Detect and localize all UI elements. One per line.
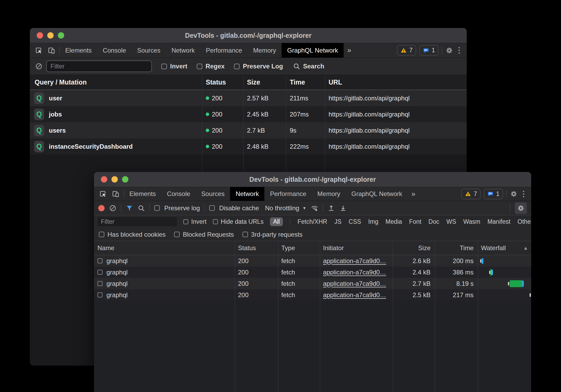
column-header-status[interactable]: Status	[235, 244, 278, 252]
inspect-element-icon[interactable]	[99, 190, 107, 198]
tab-memory[interactable]: Memory	[312, 187, 346, 201]
settings-gear-icon[interactable]	[446, 47, 453, 54]
tab-memory[interactable]: Memory	[248, 43, 282, 58]
tab-sources[interactable]: Sources	[132, 43, 166, 58]
import-har-icon[interactable]	[328, 204, 335, 212]
network-conditions-icon[interactable]	[311, 204, 318, 212]
row-checkbox[interactable]	[97, 292, 102, 297]
issues-badge[interactable]: 1	[484, 189, 503, 199]
export-har-icon[interactable]	[339, 204, 347, 212]
row-checkbox[interactable]	[97, 270, 102, 275]
inspect-element-icon[interactable]	[35, 47, 43, 54]
tab-performance[interactable]: Performance	[200, 43, 247, 58]
record-button[interactable]	[98, 205, 105, 211]
chip-all[interactable]: All	[270, 217, 283, 226]
table-row[interactable]: graphql 200 fetch application-a7ca9d0… 2…	[94, 278, 531, 289]
search-icon[interactable]	[138, 204, 145, 212]
filter-funnel-icon[interactable]	[126, 204, 133, 212]
chip-other[interactable]: Other	[517, 218, 531, 225]
initiator-link[interactable]: application-a7ca9d0…	[323, 291, 386, 298]
tab-sources[interactable]: Sources	[196, 187, 230, 201]
column-header-time[interactable]: Time	[435, 244, 478, 252]
column-header-type[interactable]: Type	[278, 244, 320, 252]
column-header-initiator[interactable]: Initiator	[320, 244, 393, 252]
warnings-badge[interactable]: 7	[461, 189, 480, 199]
column-header-time[interactable]: Time	[286, 78, 325, 86]
invert-checkbox[interactable]	[183, 219, 188, 224]
chip-doc[interactable]: Doc	[428, 218, 439, 225]
minimize-button[interactable]	[47, 32, 54, 39]
initiator-link[interactable]: application-a7ca9d0…	[323, 269, 386, 276]
tab-graphql-network[interactable]: GraphQL Network	[282, 43, 344, 58]
filter-input[interactable]	[98, 217, 177, 226]
issues-badge[interactable]: 1	[419, 45, 438, 55]
blocked-requests-checkbox[interactable]	[174, 232, 180, 237]
network-settings-gear-button[interactable]	[515, 202, 527, 214]
column-header-waterfall[interactable]: Waterfall ▲	[478, 241, 531, 255]
tab-performance[interactable]: Performance	[264, 187, 312, 201]
close-button[interactable]	[37, 32, 43, 39]
chip-wasm[interactable]: Wasm	[463, 218, 480, 225]
table-row[interactable]: graphql 200 fetch application-a7ca9d0… 2…	[94, 255, 531, 267]
chip-manifest[interactable]: Manifest	[487, 218, 510, 225]
hide-data-urls-checkbox[interactable]	[213, 219, 218, 224]
table-row[interactable]: Qusers 200 2.7 kB 9s https://gitlab.com/…	[30, 122, 467, 138]
table-row[interactable]: Quser 200 2.57 kB 211ms https://gitlab.c…	[30, 90, 467, 106]
chip-css[interactable]: CSS	[349, 218, 361, 225]
chip-img[interactable]: Img	[368, 218, 378, 225]
more-options-icon[interactable]	[456, 47, 462, 54]
device-toolbar-icon[interactable]	[112, 190, 119, 198]
zoom-button[interactable]	[58, 32, 64, 39]
column-header-url[interactable]: URL	[325, 78, 467, 86]
warnings-badge[interactable]: 7	[397, 45, 416, 55]
zoom-button[interactable]	[122, 176, 128, 183]
chip-fetch-xhr[interactable]: Fetch/XHR	[297, 218, 327, 225]
preserve-log-checkbox[interactable]	[234, 64, 240, 69]
close-button[interactable]	[101, 176, 107, 183]
minimize-button[interactable]	[111, 176, 118, 183]
column-header-query-mutation[interactable]: Query / Mutation	[30, 78, 202, 86]
tab-elements[interactable]: Elements	[60, 43, 97, 58]
clear-icon[interactable]	[109, 204, 116, 212]
column-header-size[interactable]: Size	[243, 78, 286, 86]
tab-network[interactable]: Network	[230, 187, 264, 201]
chip-font[interactable]: Font	[409, 218, 421, 225]
chip-js[interactable]: JS	[334, 218, 342, 225]
preserve-log-checkbox[interactable]	[154, 205, 160, 211]
table-row[interactable]: graphql 200 fetch application-a7ca9d0… 2…	[94, 267, 531, 278]
tab-network[interactable]: Network	[166, 43, 200, 58]
chip-ws[interactable]: WS	[446, 218, 456, 225]
row-checkbox[interactable]	[97, 258, 102, 263]
more-tabs-icon[interactable]: »	[344, 46, 355, 54]
table-row[interactable]: Qjobs 200 2.45 kB 207ms https://gitlab.c…	[30, 106, 467, 122]
block-icon[interactable]	[35, 63, 43, 70]
more-tabs-icon[interactable]: »	[408, 190, 419, 198]
row-checkbox[interactable]	[97, 281, 102, 286]
settings-gear-icon[interactable]	[510, 190, 517, 198]
table-row[interactable]: QinstanceSecurityDashboard 200 2.48 kB 2…	[30, 138, 467, 155]
invert-checkbox[interactable]	[161, 64, 167, 69]
search-group[interactable]: Search	[293, 63, 324, 70]
has-blocked-cookies-checkbox[interactable]	[99, 232, 104, 237]
disable-cache-checkbox[interactable]	[209, 205, 215, 211]
tab-graphql-network[interactable]: GraphQL Network	[346, 187, 408, 201]
more-options-icon[interactable]	[521, 191, 526, 197]
title-bar[interactable]: DevTools - gitlab.com/-/graphql-explorer	[30, 28, 467, 43]
initiator-link[interactable]: application-a7ca9d0…	[323, 257, 386, 264]
tab-console[interactable]: Console	[97, 43, 132, 58]
column-header-status[interactable]: Status	[202, 78, 243, 86]
tab-elements[interactable]: Elements	[124, 187, 161, 201]
initiator-link[interactable]: application-a7ca9d0…	[323, 280, 386, 287]
table-row[interactable]: graphql 200 fetch application-a7ca9d0… 2…	[94, 289, 531, 301]
chip-media[interactable]: Media	[385, 218, 402, 225]
column-header-size[interactable]: Size	[393, 244, 435, 252]
column-header-name[interactable]: Name	[94, 244, 235, 252]
regex-checkbox[interactable]	[197, 64, 202, 69]
throttling-dropdown[interactable]: No throttling ▼	[265, 204, 306, 212]
tab-console[interactable]: Console	[161, 187, 196, 201]
title-bar[interactable]: DevTools - gitlab.com/-/graphql-explorer	[94, 172, 531, 187]
filter-input[interactable]	[46, 60, 152, 72]
device-toolbar-icon[interactable]	[48, 47, 55, 54]
third-party-requests-checkbox[interactable]	[242, 232, 248, 237]
size-value: 2.45 kB	[243, 111, 286, 118]
